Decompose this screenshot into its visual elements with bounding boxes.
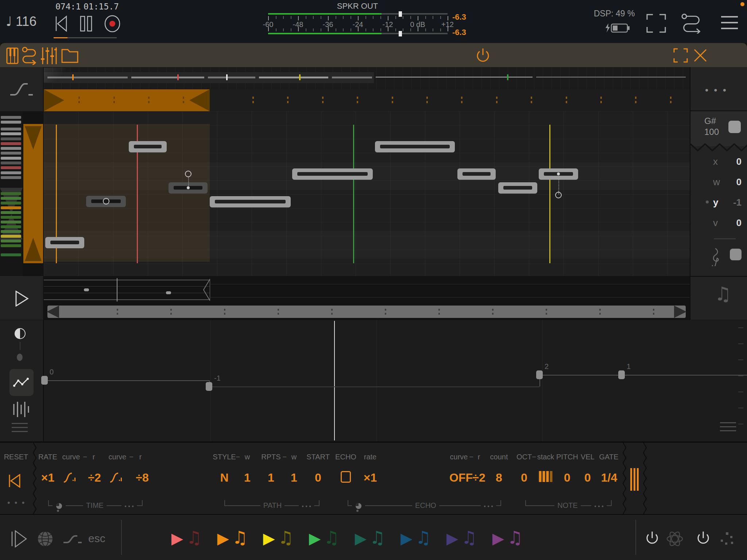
piano-icon[interactable]: [6, 47, 19, 64]
menu-icon[interactable]: [721, 16, 738, 29]
param-value[interactable]: 0: [728, 217, 742, 229]
group-mix-knob[interactable]: [352, 502, 365, 510]
rpts-value[interactable]: 1: [268, 471, 274, 485]
half-circle-icon[interactable]: [15, 328, 26, 339]
clef-color-swatch[interactable]: [730, 249, 742, 260]
stack-value[interactable]: [539, 471, 553, 482]
vertical-scroll-strip[interactable]: [23, 124, 43, 263]
mixer-icon[interactable]: [41, 47, 57, 65]
play-button-green[interactable]: ▶: [309, 529, 321, 547]
automation-menu-icon[interactable]: [12, 423, 28, 432]
signal-flow-icon[interactable]: [681, 13, 705, 34]
midi-note[interactable]: [45, 237, 84, 248]
automation-node[interactable]: [618, 370, 625, 379]
note-handle-ring[interactable]: [555, 192, 562, 198]
plugin-expand-icon[interactable]: [673, 48, 688, 63]
param-row-x[interactable]: x0: [690, 155, 747, 169]
dot-toggle[interactable]: [17, 354, 23, 361]
group-more-button[interactable]: • • •: [481, 503, 496, 510]
automation-cursor[interactable]: [334, 321, 335, 440]
play-button-orange[interactable]: ▶: [217, 529, 229, 547]
note-handle-ring[interactable]: [103, 198, 109, 205]
group-more-button[interactable]: • • •: [591, 503, 607, 510]
style-w[interactable]: 1: [244, 471, 251, 485]
atom-icon[interactable]: [666, 530, 684, 548]
power-button-1[interactable]: [645, 531, 659, 547]
playhead-voice-4[interactable]: [549, 125, 550, 263]
automation-lane[interactable]: 0-121: [43, 320, 747, 441]
automation-mode-button[interactable]: [9, 369, 34, 396]
loop-range-bar[interactable]: [44, 89, 690, 111]
param-row-y[interactable]: y-1: [690, 195, 747, 210]
scrollbar-left-arrow[interactable]: [47, 306, 59, 318]
pattern-minimap[interactable]: [44, 67, 690, 89]
play-button-blue[interactable]: ▶: [400, 529, 412, 547]
time-curve-2[interactable]: [109, 471, 125, 486]
peak-readout-right[interactable]: -6.3: [452, 28, 466, 37]
play-all-button[interactable]: [10, 530, 27, 548]
note-color-swatch[interactable]: [728, 121, 741, 133]
song-position[interactable]: 074:1: [55, 2, 81, 11]
vel-value[interactable]: 0: [584, 471, 591, 485]
echo-toggle[interactable]: [341, 471, 351, 483]
time-div-1[interactable]: ÷2: [88, 471, 101, 485]
tempo-display[interactable]: ♩ 116: [6, 14, 36, 29]
song-time[interactable]: 01:15.7: [84, 2, 119, 11]
note-button-teal[interactable]: ♫: [369, 527, 385, 548]
routing-icon[interactable]: [22, 47, 38, 65]
scatter-dots-icon[interactable]: [719, 532, 735, 546]
note-button-red[interactable]: ♫: [186, 527, 202, 548]
scrollbar-right-arrow[interactable]: [674, 306, 686, 318]
loop-region[interactable]: [44, 89, 210, 111]
plugin-close-icon[interactable]: [693, 48, 708, 63]
midi-note[interactable]: [129, 141, 167, 152]
piano-roll-grid[interactable]: [44, 111, 690, 276]
ramp-icon[interactable]: [63, 534, 82, 544]
globe-icon[interactable]: [37, 531, 53, 547]
plugin-power-button[interactable]: [475, 48, 491, 64]
overflow-menu-button[interactable]: • • •: [705, 85, 728, 96]
bars-mode-icon[interactable]: [12, 401, 31, 418]
note-tag[interactable]: G# 100: [690, 111, 747, 146]
note-button-green[interactable]: ♫: [324, 527, 340, 548]
midi-note[interactable]: [457, 168, 496, 180]
midi-note[interactable]: [210, 196, 291, 207]
note-button-blue[interactable]: ♫: [415, 527, 431, 548]
note-handle-ring[interactable]: [185, 171, 191, 177]
play-button-magenta[interactable]: ▶: [492, 529, 504, 547]
mini-keyboard-strip[interactable]: [0, 111, 23, 276]
play-tool-cell[interactable]: [0, 276, 43, 320]
esc-button[interactable]: esc: [88, 532, 105, 545]
note-button-magenta[interactable]: ♫: [507, 527, 523, 548]
note-button-yellow[interactable]: ♫: [278, 527, 294, 548]
play-button-red[interactable]: ▶: [171, 529, 183, 547]
playhead-voice-3[interactable]: [353, 125, 354, 263]
param-value[interactable]: 0: [728, 176, 742, 188]
param-value[interactable]: -1: [728, 197, 742, 208]
rpts-w[interactable]: 1: [291, 471, 297, 485]
meter-fader-handle-top[interactable]: [399, 11, 402, 17]
loop-start-handle[interactable]: [44, 89, 64, 111]
folder-icon[interactable]: [61, 48, 79, 63]
power-button-2[interactable]: [696, 531, 711, 547]
param-row-v[interactable]: v0: [690, 216, 747, 230]
group-mix-knob[interactable]: [53, 502, 66, 510]
output-meter[interactable]: -60-48-36-24-120 dB+12: [268, 10, 448, 38]
pitch-value[interactable]: 0: [564, 471, 570, 485]
echo-rate[interactable]: ×1: [364, 471, 377, 485]
treble-clef-icon[interactable]: [711, 247, 720, 266]
rewind-button[interactable]: [54, 15, 69, 32]
param-row-w[interactable]: w0: [690, 175, 747, 190]
automation-right-menu-icon[interactable]: [720, 422, 736, 431]
drag-handle-bar[interactable]: [630, 468, 632, 491]
group-more-button[interactable]: • • •: [121, 503, 137, 510]
reset-more-button[interactable]: • • •: [7, 498, 26, 508]
echo-count[interactable]: 8: [496, 471, 502, 485]
play-button-teal[interactable]: ▶: [355, 529, 367, 547]
start-value[interactable]: 0: [315, 471, 321, 485]
automation-node[interactable]: [536, 370, 543, 379]
play-button-yellow[interactable]: ▶: [263, 529, 275, 547]
reset-button[interactable]: [8, 474, 21, 488]
meter-fader-handle-bottom[interactable]: [399, 31, 402, 36]
peak-readout-left[interactable]: -6.3: [452, 12, 466, 22]
